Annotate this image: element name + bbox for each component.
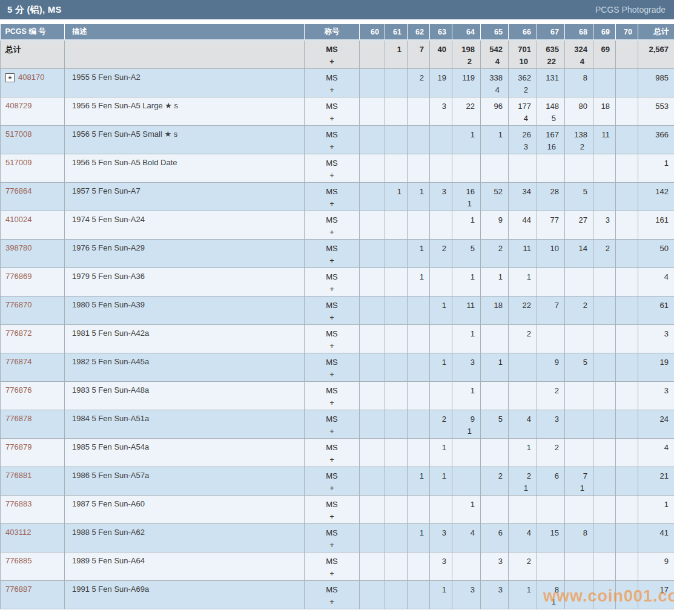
grade-cell-70 — [616, 552, 638, 581]
designation-cell: MS+ — [305, 581, 360, 609]
grade-cell-65: 1 — [481, 126, 509, 154]
grade-cell-69 — [593, 183, 616, 211]
pcgs-number-link[interactable]: 776879 — [5, 442, 31, 451]
grade-cell-60 — [360, 410, 385, 439]
designation-cell: MS+ — [305, 268, 360, 297]
col-header-total: 总计 — [638, 24, 674, 40]
grade-cell-64: 11 — [452, 297, 481, 325]
grade-cell-66 — [509, 353, 537, 382]
grade-cell-69 — [593, 467, 616, 496]
table-row: 5170081956 5 Fen Sun-A5 Small ★ sMS+1126… — [1, 126, 674, 154]
grade-cell-62 — [408, 410, 430, 439]
pcgs-number-link[interactable]: 398780 — [5, 243, 31, 252]
pcgs-number-link[interactable]: 776883 — [5, 499, 31, 508]
grade-cell-69 — [593, 439, 616, 467]
grade-cell-65: 52 — [481, 183, 509, 211]
col-header-65: 65 — [481, 24, 509, 40]
col-header-69: 69 — [593, 24, 616, 40]
grade-cell-65: 3 — [481, 552, 509, 581]
pcgs-cell: 776887 — [1, 581, 65, 609]
designation-cell: MS+ — [305, 496, 360, 524]
pcgs-number-link[interactable]: 517008 — [5, 129, 31, 139]
designation-cell: MS+ — [305, 40, 360, 69]
photograde-link[interactable]: PCGS Photograde — [595, 5, 666, 15]
grade-cell-62 — [408, 552, 430, 581]
expand-icon[interactable]: + — [5, 73, 15, 82]
pcgs-cell: 776881 — [1, 467, 65, 496]
pcgs-number-link[interactable]: 776887 — [5, 585, 31, 594]
grade-cell-70 — [616, 524, 638, 552]
grade-cell-66: 1 — [509, 439, 537, 467]
grade-cell-67: 6 — [537, 467, 565, 496]
grade-cell-68: 2 — [565, 297, 593, 325]
designation-cell: MS+ — [305, 552, 360, 581]
grade-cell-60 — [360, 183, 385, 211]
grade-cell-64: 1 — [452, 126, 481, 154]
pcgs-number-link[interactable]: 776872 — [5, 329, 31, 338]
pcgs-number-link[interactable]: 403112 — [5, 528, 31, 537]
grade-cell-60 — [360, 268, 385, 297]
pcgs-number-link[interactable]: 408729 — [5, 101, 31, 110]
description-cell: 1980 5 Fen Sun-A39 — [65, 297, 305, 325]
pcgs-cell: 776874 — [1, 353, 65, 382]
grade-cell-60 — [360, 211, 385, 240]
grade-cell-67 — [537, 552, 565, 581]
grade-cell-69 — [593, 297, 616, 325]
pcgs-number-link[interactable]: 408170 — [18, 73, 44, 82]
pcgs-number-link[interactable]: 776869 — [5, 272, 31, 281]
pcgs-cell: +408170 — [1, 69, 65, 97]
grade-cell-total: 19 — [638, 353, 674, 382]
grade-cell-65: 96 — [481, 97, 509, 126]
grade-cell-70 — [616, 154, 638, 183]
pcgs-number-link[interactable]: 776864 — [5, 186, 31, 195]
grade-cell-68 — [565, 382, 593, 410]
grade-cell-63 — [430, 496, 452, 524]
grade-cell-69: 69 — [593, 40, 616, 69]
description-cell: 1986 5 Fen Sun-A57a — [65, 467, 305, 496]
grade-cell-70 — [616, 410, 638, 439]
designation-cell: MS+ — [305, 154, 360, 183]
grade-cell-64: 3 — [452, 581, 481, 609]
grade-cell-60 — [360, 382, 385, 410]
grade-cell-63: 1 — [430, 581, 452, 609]
pcgs-number-link[interactable]: 776870 — [5, 300, 31, 309]
designation-cell: MS+ — [305, 126, 360, 154]
col-header-61: 61 — [385, 24, 408, 40]
grade-cell-70 — [616, 353, 638, 382]
description-cell: 1955 5 Fen Sun-A2 — [65, 69, 305, 97]
description-cell: 1981 5 Fen Sun-A42a — [65, 325, 305, 353]
grade-cell-61 — [385, 97, 408, 126]
designation-cell: MS+ — [305, 467, 360, 496]
grade-cell-68 — [565, 268, 593, 297]
table-row: 7768871991 5 Fen Sun-A69aMS+13318117 — [1, 581, 674, 609]
header-row: PCGS 编 号描述称号6061626364656667686970总计 — [1, 24, 674, 40]
pcgs-number-link[interactable]: 410024 — [5, 215, 31, 224]
population-report-page: 5 分 (铝), MS PCGS Photograde PCGS 编 号描述称号… — [0, 0, 674, 616]
pcgs-number-link[interactable]: 776876 — [5, 385, 31, 395]
grade-cell-62 — [408, 353, 430, 382]
col-header-60: 60 — [360, 24, 385, 40]
grade-cell-total: 2,567 — [638, 40, 674, 69]
grade-cell-61 — [385, 439, 408, 467]
grade-cell-total: 17 — [638, 581, 674, 609]
pcgs-number-link[interactable]: 776878 — [5, 414, 31, 423]
pcgs-number-link[interactable]: 517009 — [5, 158, 31, 167]
grade-cell-68: 8 — [565, 69, 593, 97]
col-header-67: 67 — [537, 24, 565, 40]
pcgs-number-link[interactable]: 776874 — [5, 357, 31, 366]
grade-cell-67: 7 — [537, 297, 565, 325]
grade-cell-60 — [360, 154, 385, 183]
pcgs-cell: 776885 — [1, 552, 65, 581]
grade-cell-60 — [360, 325, 385, 353]
grade-cell-65 — [481, 325, 509, 353]
designation-cell: MS+ — [305, 211, 360, 240]
grade-cell-65: 5 — [481, 410, 509, 439]
grade-cell-63: 40 — [430, 40, 452, 69]
grade-cell-total: 553 — [638, 97, 674, 126]
grade-cell-63 — [430, 126, 452, 154]
grade-cell-64: 22 — [452, 97, 481, 126]
pcgs-number-link[interactable]: 776881 — [5, 471, 31, 480]
pcgs-number-link[interactable]: 776885 — [5, 556, 31, 565]
grade-cell-total: 1 — [638, 496, 674, 524]
grade-cell-total: 366 — [638, 126, 674, 154]
